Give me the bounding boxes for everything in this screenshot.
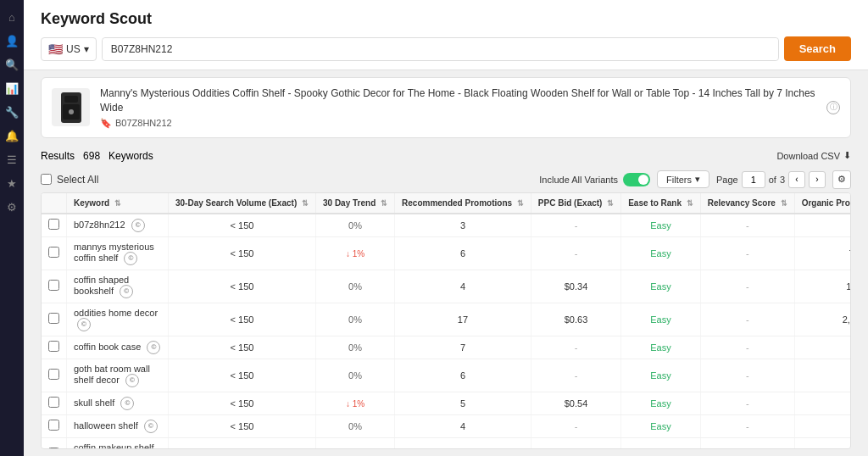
trend-cell: ↑ 1% bbox=[316, 437, 395, 449]
keyword-info-icon[interactable]: © bbox=[124, 252, 137, 265]
download-csv-button[interactable]: Download CSV ⬇ bbox=[776, 150, 851, 161]
volume-cell: < 150 bbox=[169, 214, 316, 237]
keyword-cell: mannys mysterious coffin shelf © bbox=[67, 236, 169, 270]
row-checkbox[interactable] bbox=[48, 420, 59, 431]
sort-trend-icon[interactable]: ⇅ bbox=[381, 199, 387, 208]
ppc-cell: - bbox=[531, 359, 620, 392]
sidebar-users-icon[interactable]: 👤 bbox=[2, 31, 22, 51]
filters-button[interactable]: Filters ▾ bbox=[657, 170, 709, 188]
ppc-cell: - bbox=[531, 414, 620, 437]
sidebar-search-icon[interactable]: 🔍 bbox=[2, 54, 22, 75]
ease-cell: Easy bbox=[621, 236, 701, 270]
relevancy-cell: - bbox=[700, 414, 794, 437]
column-settings-button[interactable]: ⚙ bbox=[832, 170, 851, 189]
sort-promotions-icon[interactable]: ⇅ bbox=[517, 199, 524, 208]
sidebar-tool-icon[interactable]: 🔧 bbox=[2, 102, 22, 122]
row-checkbox-cell bbox=[42, 236, 67, 270]
sidebar-star-icon[interactable]: ★ bbox=[2, 173, 22, 193]
promotions-cell: 3 bbox=[395, 214, 531, 237]
search-input[interactable] bbox=[103, 38, 778, 60]
keyword-text: coffin makeup shelf bbox=[74, 442, 154, 449]
row-checkbox[interactable] bbox=[48, 397, 59, 408]
sidebar-home-icon[interactable]: ⌂ bbox=[2, 7, 22, 27]
table-row: mannys mysterious coffin shelf © < 150 ↓… bbox=[42, 236, 851, 270]
search-button[interactable]: Search bbox=[784, 36, 851, 61]
sort-relevancy-icon[interactable]: ⇅ bbox=[781, 199, 787, 208]
sidebar-settings-icon[interactable]: ⚙ bbox=[2, 197, 22, 217]
row-checkbox[interactable] bbox=[48, 341, 59, 352]
table-header-row: Keyword ⇅ 30-Day Search Volume (Exact) ⇅… bbox=[42, 193, 851, 214]
keyword-cell: goth bat room wall shelf decor © bbox=[67, 359, 169, 392]
sidebar-chart-icon[interactable]: 📊 bbox=[2, 78, 22, 98]
total-pages: 3 bbox=[780, 175, 785, 185]
th-ease: Ease to Rank ⇅ bbox=[621, 193, 701, 214]
volume-cell: < 150 bbox=[169, 236, 316, 270]
trend-cell: ↓ 1% bbox=[316, 392, 395, 414]
page-number-input[interactable] bbox=[742, 171, 765, 188]
th-promotions: Recommended Promotions ⇅ bbox=[395, 193, 531, 214]
trend-cell: 0% bbox=[316, 359, 395, 392]
select-all-checkbox[interactable] bbox=[41, 174, 52, 185]
product-info-icon[interactable]: ⓘ bbox=[826, 101, 840, 114]
prev-page-button[interactable]: ‹ bbox=[788, 171, 805, 188]
row-checkbox[interactable] bbox=[48, 219, 59, 230]
keyword-text: skull shelf bbox=[74, 397, 114, 407]
row-checkbox[interactable] bbox=[48, 280, 59, 291]
trend-cell: 0% bbox=[316, 214, 395, 237]
sidebar-bell-icon[interactable]: 🔔 bbox=[2, 125, 22, 146]
table-row: coffin makeup shelf © 151 ↑ 1% 4 $0.48 E… bbox=[42, 437, 851, 449]
organic-count-cell: - bbox=[794, 214, 851, 237]
main-content: Keyword Scout 🇺🇸 US ▾ Search Manny's Mys bbox=[24, 0, 868, 456]
ppc-cell: $0.54 bbox=[531, 392, 620, 414]
keyword-info-icon[interactable]: © bbox=[131, 219, 145, 232]
flag-icon: 🇺🇸 bbox=[48, 42, 63, 56]
sort-volume-icon[interactable]: ⇅ bbox=[302, 199, 309, 208]
relevancy-cell: - bbox=[700, 437, 794, 449]
keyword-info-icon[interactable]: © bbox=[147, 341, 160, 354]
ease-cell: Easy bbox=[621, 270, 701, 303]
organic-count-cell: - bbox=[794, 392, 851, 414]
keyword-text: coffin book case bbox=[74, 341, 141, 351]
sort-keyword-icon[interactable]: ⇅ bbox=[114, 199, 121, 208]
organic-count-cell: - bbox=[794, 359, 851, 392]
results-info: Results 698 Keywords bbox=[41, 150, 153, 162]
variants-toggle-switch[interactable] bbox=[623, 173, 650, 186]
table-row: skull shelf © < 150 ↓ 1% 5 $0.54 Easy - … bbox=[42, 392, 851, 414]
promotions-cell: 17 bbox=[395, 303, 531, 336]
page-label: Page bbox=[716, 175, 738, 185]
keyword-cell: b07z8hn212 © bbox=[67, 214, 169, 237]
row-checkbox[interactable] bbox=[48, 448, 59, 449]
product-info: Manny's Mysterious Oddities Coffin Shelf… bbox=[100, 86, 816, 129]
table-body: b07z8hn212 © < 150 0% 3 - Easy - - 1 - m… bbox=[42, 214, 851, 449]
ease-cell: Easy bbox=[621, 336, 701, 359]
keyword-info-icon[interactable]: © bbox=[120, 285, 133, 298]
flag-selector[interactable]: 🇺🇸 US ▾ bbox=[41, 37, 97, 61]
volume-cell: < 150 bbox=[169, 414, 316, 437]
next-page-button[interactable]: › bbox=[809, 171, 826, 188]
sort-ease-icon[interactable]: ⇅ bbox=[687, 199, 693, 208]
th-keyword: Keyword ⇅ bbox=[67, 193, 169, 214]
row-checkbox-cell bbox=[42, 270, 67, 303]
row-checkbox[interactable] bbox=[48, 313, 59, 324]
keyword-info-icon[interactable]: © bbox=[77, 318, 91, 331]
organic-count-cell: 168 bbox=[794, 270, 851, 303]
row-checkbox-cell bbox=[42, 303, 67, 336]
th-search-volume: 30-Day Search Volume (Exact) ⇅ bbox=[169, 193, 316, 214]
volume-cell: < 150 bbox=[169, 303, 316, 336]
keyword-info-icon[interactable]: © bbox=[125, 374, 139, 387]
volume-cell: < 150 bbox=[169, 270, 316, 303]
trend-flat: 0% bbox=[348, 220, 362, 231]
page-of-label: of bbox=[769, 175, 776, 185]
sidebar-list-icon[interactable]: ☰ bbox=[2, 149, 22, 170]
row-checkbox[interactable] bbox=[48, 369, 59, 380]
row-checkbox[interactable] bbox=[48, 247, 59, 258]
keyword-info-icon[interactable]: © bbox=[144, 420, 158, 433]
sort-ppc-icon[interactable]: ⇅ bbox=[607, 199, 614, 208]
table-row: coffin book case © < 150 0% 7 - Easy - -… bbox=[42, 336, 851, 359]
keyword-cell: coffin shaped bookshelf © bbox=[67, 270, 169, 303]
keyword-info-icon[interactable]: © bbox=[120, 397, 134, 410]
trend-down-icon: ↓ 1% bbox=[346, 399, 364, 409]
trend-cell: 0% bbox=[316, 336, 395, 359]
organic-count-cell: - bbox=[794, 437, 851, 449]
row-checkbox-cell bbox=[42, 392, 67, 414]
